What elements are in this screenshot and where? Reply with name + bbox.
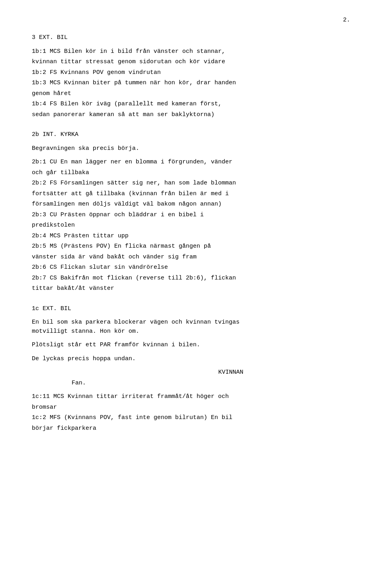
shot-1b4: 1b:4 FS Bilen kör iväg (parallellt med k… (32, 100, 350, 109)
shot-1b3: 1b:3 MCS Kvinnan biter på tummen när hon… (32, 79, 350, 88)
shot-2b3: 2b:3 CU Prästen öppnar och bläddrar i en… (32, 211, 350, 220)
scene-heading-1c: 1c EXT. BIL (32, 305, 350, 314)
shot-2b2-cont1: fortsätter att gå tillbaka (kvinnan från… (32, 190, 350, 199)
shot-1c11-cont: bromsar (32, 403, 350, 412)
shot-1b4-cont: sedan panorerar kameran så att man ser b… (32, 111, 350, 120)
dialogue-fan: Fan. (72, 379, 310, 388)
scene-2b-intro: Begravningen ska precis börja. (32, 144, 350, 153)
shot-1b3-cont: genom håret (32, 89, 350, 99)
shot-2b2: 2b:2 FS Församlingen sätter sig ner, han… (32, 179, 350, 188)
shot-1b1: 1b:1 MCS Bilen kör in i bild från vänste… (32, 47, 350, 56)
shot-2b4: 2b:4 MCS Prästen tittar upp (32, 232, 350, 241)
shot-2b2-cont2: församlingen men döljs väldigt väl bakom… (32, 200, 350, 209)
shot-1b1-cont: kvinnan tittar stressat genom sidorutan … (32, 58, 350, 67)
shot-2b6: 2b:6 CS Flickan slutar sin vändrörelse (32, 263, 350, 272)
scene-heading-3: 3 EXT. BIL (32, 33, 350, 43)
action-1c-3: De lyckas precis hoppa undan. (32, 355, 350, 364)
shot-list-3: 1b:1 MCS Bilen kör in i bild från vänste… (32, 47, 350, 120)
shot-2b1-cont: och går tillbaka (32, 169, 350, 178)
shot-1b2: 1b:2 FS Kvinnans POV genom vindrutan (32, 68, 350, 78)
action-1c-1: En bil som ska parkera blockerar vägen o… (32, 318, 350, 336)
script-page: 2. 3 EXT. BIL 1b:1 MCS Bilen kör in i bi… (0, 0, 382, 588)
action-1c-2: Plötsligt står ett PAR framför kvinnan i… (32, 341, 350, 350)
shot-2b7: 2b:7 CS Bakifrån mot flickan (reverse ti… (32, 274, 350, 283)
shot-2b1: 2b:1 CU En man lägger ner en blomma i fö… (32, 158, 350, 167)
shot-1c2-cont: börjar fickparkera (32, 424, 350, 433)
shot-1c2: 1c:2 MFS (Kvinnans POV, fast inte genom … (32, 413, 350, 423)
scene-heading-2b: 2b INT. KYRKA (32, 130, 350, 140)
shot-2b5: 2b:5 MS (Prästens POV) En flicka närmast… (32, 242, 350, 251)
shot-1c11: 1c:11 MCS Kvinnan tittar irriterat framm… (32, 392, 350, 402)
character-name-kvinnan: KVINNAN (111, 368, 350, 377)
page-number: 2. (343, 16, 350, 25)
shot-2b3-cont: predikstolen (32, 221, 350, 230)
shot-list-1c: 1c:11 MCS Kvinnan tittar irriterat framm… (32, 392, 350, 433)
shot-list-2b: 2b:1 CU En man lägger ner en blomma i fö… (32, 158, 350, 293)
shot-2b7-cont: tittar bakåt/åt vänster (32, 284, 350, 293)
shot-2b5-cont: vänster sida är vänd bakåt och vänder si… (32, 253, 350, 262)
